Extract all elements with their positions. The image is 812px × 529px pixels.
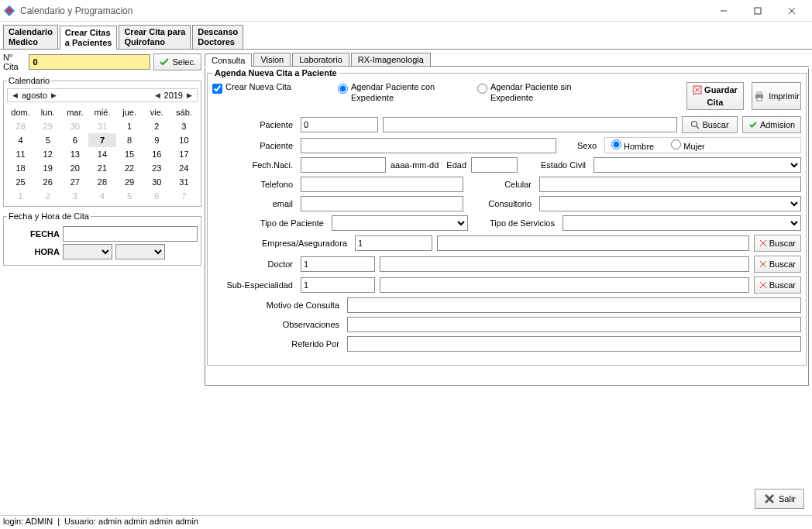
maximize-button[interactable] (741, 0, 775, 22)
calendar-day[interactable]: 13 (61, 147, 88, 161)
paciente-name-input[interactable] (383, 117, 677, 132)
con-expediente-radio[interactable] (338, 84, 348, 94)
subtab-vision[interactable]: Vision (253, 53, 291, 66)
admision-button[interactable]: Admision (742, 116, 801, 133)
guardar-button[interactable]: Guardar Cita (686, 82, 744, 110)
calendar-day[interactable]: 25 (7, 175, 34, 189)
calendar-day[interactable]: 5 (34, 133, 61, 147)
doctor-id-input[interactable] (301, 256, 375, 272)
opt-sin-expediente[interactable]: Agendar Paciente sin Expediente (477, 82, 594, 102)
buscar-paciente-button[interactable]: Buscar (682, 116, 738, 133)
fechnaci-input[interactable] (301, 157, 386, 173)
prev-year-icon[interactable]: ◀ (153, 91, 162, 99)
opt-con-expediente[interactable]: Agendar Paciente con Expediente (338, 82, 454, 102)
calendar-day[interactable]: 22 (116, 161, 143, 175)
salir-button[interactable]: Salir (755, 489, 804, 509)
calendar-day[interactable]: 14 (88, 147, 115, 161)
calendar-day[interactable]: 23 (143, 161, 170, 175)
calendar-day[interactable]: 6 (61, 133, 88, 147)
subtab-consulta[interactable]: Consulta (205, 53, 252, 67)
calendar-day[interactable]: 18 (7, 161, 34, 175)
next-month-icon[interactable]: ▶ (50, 91, 58, 99)
telefono-input[interactable] (301, 177, 463, 192)
calendar-day[interactable]: 30 (143, 175, 170, 189)
celular-input[interactable] (539, 177, 801, 192)
calendar-day[interactable]: 20 (61, 161, 88, 175)
calendar-day[interactable]: 2 (143, 119, 170, 133)
calendar-day[interactable]: 2 (34, 189, 61, 203)
fecha-input[interactable] (63, 226, 198, 242)
sexo-hombre[interactable]: Hombre (611, 139, 654, 151)
calendar-day[interactable]: 17 (170, 147, 198, 161)
buscar-doctor-button[interactable]: Buscar (754, 256, 801, 273)
ncita-input[interactable] (29, 54, 150, 70)
tab-crear-cita-quirofano[interactable]: Crear Cita paraQuirofano (119, 25, 191, 49)
calendar-day[interactable]: 5 (116, 189, 143, 203)
calendar-day[interactable]: 1 (116, 119, 143, 133)
calendar-day[interactable]: 24 (170, 161, 198, 175)
calendar-day[interactable]: 3 (170, 119, 198, 133)
calendar-day[interactable]: 12 (34, 147, 61, 161)
calendar-day[interactable]: 15 (116, 147, 143, 161)
calendar-day[interactable]: 28 (7, 119, 34, 133)
hora-select-2[interactable] (115, 244, 165, 259)
email-input[interactable] (301, 196, 463, 211)
minimize-button[interactable] (707, 0, 741, 22)
tab-calendario-medico[interactable]: CalendarioMedico (3, 25, 58, 49)
calendar-day[interactable]: 16 (143, 147, 170, 161)
calendar-day[interactable]: 28 (88, 175, 115, 189)
calendar-day[interactable]: 9 (143, 133, 170, 147)
edad-input[interactable] (471, 157, 518, 173)
tiposerv-select[interactable] (563, 215, 801, 231)
calendar-day[interactable]: 21 (88, 161, 115, 175)
subesp-id-input[interactable] (301, 277, 375, 293)
doctor-name-input[interactable] (380, 256, 749, 272)
subtab-laboratorio[interactable]: Laboratorio (292, 53, 349, 66)
calendar-table: dom.lun.mar.mié.jue.vie.sáb. 28293031123… (7, 105, 198, 203)
calendar-day[interactable]: 10 (170, 133, 198, 147)
empresa-id-input[interactable] (355, 235, 432, 251)
hora-select-1[interactable] (63, 244, 112, 259)
empresa-name-input[interactable] (437, 235, 749, 251)
calendar-day[interactable]: 1 (7, 189, 34, 203)
subesp-name-input[interactable] (380, 277, 749, 293)
motivo-input[interactable] (347, 297, 801, 313)
calendar-day[interactable]: 6 (143, 189, 170, 203)
estadocivil-select[interactable] (594, 157, 801, 173)
sexo-mujer[interactable]: Mujer (671, 139, 705, 151)
tab-descanso-doctores[interactable]: DescansoDoctores (192, 25, 243, 49)
referido-input[interactable] (347, 336, 801, 352)
calendar-day[interactable]: 7 (88, 133, 115, 147)
tab-crear-citas-pacientes[interactable]: Crear Citasa Pacientes (60, 26, 118, 50)
calendar-day[interactable]: 31 (88, 119, 115, 133)
calendar-day[interactable]: 3 (61, 189, 88, 203)
subtab-rx[interactable]: RX-Imagenologia (351, 53, 431, 66)
calendar-day[interactable]: 8 (116, 133, 143, 147)
calendar-day[interactable]: 7 (170, 189, 198, 203)
selec-button[interactable]: Selec. (153, 53, 201, 70)
calendar-day[interactable]: 4 (7, 133, 34, 147)
calendar-day[interactable]: 4 (88, 189, 115, 203)
close-button[interactable] (775, 0, 809, 22)
buscar-empresa-button[interactable]: Buscar (754, 235, 801, 252)
consultorio-select[interactable] (539, 196, 801, 211)
calendar-day[interactable]: 11 (7, 147, 34, 161)
crear-nueva-cita-checkbox[interactable] (212, 84, 222, 94)
calendar-day[interactable]: 26 (34, 175, 61, 189)
tipopac-select[interactable] (332, 215, 468, 231)
buscar-subesp-button[interactable]: Buscar (754, 277, 801, 294)
paciente-id-input[interactable] (301, 117, 378, 132)
calendar-day[interactable]: 29 (116, 175, 143, 189)
calendar-day[interactable]: 31 (170, 175, 198, 189)
sin-expediente-radio[interactable] (477, 84, 487, 94)
calendar-day[interactable]: 27 (61, 175, 88, 189)
imprimir-button[interactable]: Imprimir (752, 82, 801, 110)
calendar-day[interactable]: 19 (34, 161, 61, 175)
calendar-day[interactable]: 30 (61, 119, 88, 133)
next-year-icon[interactable]: ▶ (185, 91, 194, 99)
observ-input[interactable] (347, 317, 801, 332)
calendar-day[interactable]: 29 (34, 119, 61, 133)
prev-month-icon[interactable]: ◀ (11, 91, 19, 99)
paciente2-input[interactable] (301, 138, 556, 153)
opt-crear-nueva-cita[interactable]: Crear Nueva Cita (212, 82, 291, 94)
